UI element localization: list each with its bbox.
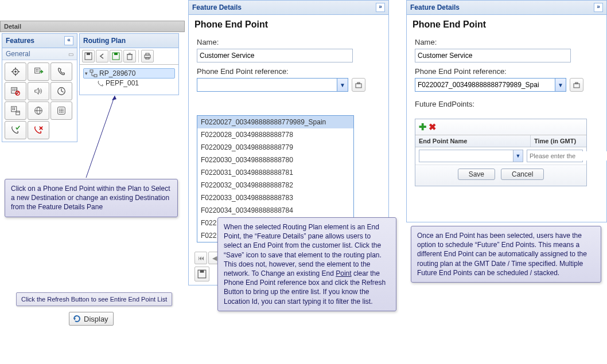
- svg-point-26: [13, 109, 14, 110]
- future-endpoints-grid: ✚ ✖ End Point Name Time (in GMT) ▼ 📅 Sav…: [415, 119, 587, 186]
- svg-point-8: [37, 69, 38, 71]
- keypad-block-icon[interactable]: [5, 82, 26, 100]
- collapse-icon[interactable]: »: [594, 3, 603, 12]
- keypad-forward-icon[interactable]: [28, 62, 49, 81]
- minus-icon[interactable]: ▭: [68, 51, 73, 57]
- chevron-down-icon[interactable]: ▼: [337, 79, 348, 91]
- svg-point-39: [63, 110, 64, 111]
- keypad-icon[interactable]: [50, 101, 72, 120]
- tree-icon: [90, 69, 98, 77]
- arrow-line: [83, 93, 118, 179]
- briefcase-icon: [355, 81, 363, 89]
- list-item[interactable]: F0220030_003498888888780: [197, 154, 353, 166]
- tree-node-root[interactable]: ▾ RP_289670: [83, 68, 175, 79]
- gear-icon[interactable]: [5, 62, 26, 81]
- briefcase-button-right[interactable]: [570, 78, 583, 92]
- speaker-icon[interactable]: [28, 82, 49, 100]
- save-green-icon[interactable]: [110, 50, 122, 62]
- add-icon[interactable]: ✚: [419, 122, 426, 132]
- future-grid-row: ▼ 📅: [415, 147, 586, 165]
- phone-handset-icon[interactable]: [50, 62, 72, 81]
- save-icon[interactable]: [82, 50, 95, 62]
- future-endpoint-combo[interactable]: ▼: [419, 150, 523, 162]
- routing-plan-header: Routing Plan: [80, 34, 178, 48]
- future-time-field[interactable]: 📅: [527, 150, 583, 162]
- phone-check-icon[interactable]: [5, 121, 26, 139]
- svg-rect-61: [357, 83, 360, 84]
- svg-point-34: [59, 108, 60, 109]
- reference-label: Phone End Point reference:: [197, 67, 383, 76]
- name-input[interactable]: [197, 49, 353, 62]
- list-item[interactable]: F0220034_003498888888784: [197, 204, 353, 217]
- briefcase-button[interactable]: [352, 78, 365, 92]
- svg-line-57: [86, 96, 115, 178]
- chevron-down-icon[interactable]: ▼: [513, 150, 523, 162]
- svg-point-10: [37, 71, 38, 72]
- list-item[interactable]: F0220033_003498888888783: [197, 191, 353, 204]
- save-button[interactable]: Save: [458, 169, 495, 180]
- name-label-right: Name:: [415, 38, 601, 46]
- svg-point-13: [14, 89, 15, 90]
- svg-rect-60: [356, 84, 361, 88]
- svg-rect-65: [575, 83, 578, 84]
- svg-rect-48: [114, 53, 118, 55]
- collapse-icon[interactable]: »: [376, 3, 385, 12]
- section-heading-middle: Phone End Point: [189, 15, 388, 33]
- svg-rect-28: [16, 111, 20, 115]
- svg-point-9: [36, 71, 37, 72]
- svg-point-25: [14, 108, 15, 109]
- svg-point-24: [13, 108, 14, 109]
- svg-point-27: [14, 109, 15, 110]
- back-icon[interactable]: [96, 50, 108, 62]
- svg-rect-23: [11, 107, 17, 112]
- reference-combo[interactable]: ▼: [197, 78, 348, 92]
- future-endpoint-input[interactable]: [419, 150, 513, 162]
- reference-input[interactable]: [197, 79, 337, 91]
- col-endpoint-name[interactable]: End Point Name: [415, 135, 531, 147]
- name-label: Name:: [197, 38, 383, 46]
- trash-icon[interactable]: [123, 50, 136, 62]
- svg-rect-64: [574, 84, 579, 88]
- save-icon-bottom[interactable]: [194, 267, 209, 281]
- svg-rect-55: [90, 70, 93, 72]
- first-page-icon[interactable]: ⏮: [194, 252, 207, 264]
- phone-small-icon: [97, 80, 104, 87]
- globe-icon[interactable]: [28, 101, 49, 120]
- callout-link-point[interactable]: Point: [336, 269, 351, 277]
- feature-icon-grid: [2, 60, 77, 142]
- feature-details-panel-right: Feature Details » Phone End Point Name: …: [406, 0, 607, 222]
- svg-point-37: [59, 110, 60, 111]
- clock-icon[interactable]: [50, 82, 72, 100]
- reference-label-right: Phone End Point reference:: [415, 67, 601, 76]
- print-icon[interactable]: [141, 50, 154, 62]
- keypad-schedule-icon[interactable]: [5, 101, 26, 120]
- tree-node-child[interactable]: PEPF_001: [96, 79, 175, 88]
- routing-toolbar: [80, 48, 178, 65]
- list-item[interactable]: F0220029_003498888888779: [197, 141, 353, 154]
- collapse-icon[interactable]: «: [64, 36, 73, 45]
- reference-input-right[interactable]: [415, 79, 555, 91]
- detail-bar: Detail: [0, 21, 185, 32]
- display-button[interactable]: Display: [69, 312, 114, 326]
- cancel-button[interactable]: Cancel: [501, 169, 544, 180]
- svg-point-16: [14, 90, 15, 91]
- future-toolbar: ✚ ✖: [415, 119, 586, 135]
- future-time-input[interactable]: [527, 151, 607, 161]
- chevron-down-icon[interactable]: ▼: [555, 79, 566, 91]
- reference-combo-right[interactable]: ▼: [415, 78, 566, 92]
- features-tab-general[interactable]: General ▭: [2, 48, 77, 60]
- phone-cancel-icon[interactable]: [28, 121, 49, 139]
- svg-point-41: [61, 112, 62, 113]
- name-input-right[interactable]: [415, 49, 571, 62]
- list-item[interactable]: F0220032_003498888888782: [197, 179, 353, 191]
- briefcase-icon: [573, 81, 581, 89]
- delete-icon[interactable]: ✖: [429, 122, 436, 132]
- display-button-label: Display: [84, 315, 108, 323]
- svg-point-17: [15, 90, 17, 91]
- list-item[interactable]: F0220031_003498888888781: [197, 166, 353, 179]
- list-item[interactable]: F0220028_003498888888778: [197, 128, 353, 141]
- routing-tree: ▾ RP_289670 PEPF_001: [80, 65, 178, 95]
- list-item[interactable]: F0220027_003498888888779989_Spain: [197, 116, 353, 128]
- future-endpoints-label: Future EndPoints:: [415, 100, 601, 108]
- col-time-gmt[interactable]: Time (in GMT): [531, 135, 586, 147]
